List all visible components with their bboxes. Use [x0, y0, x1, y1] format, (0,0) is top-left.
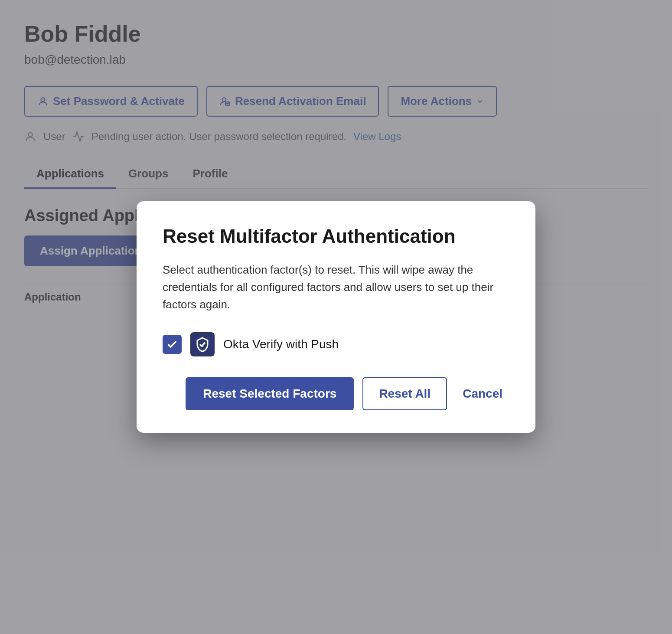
modal-backdrop: Reset Multifactor Authentication Select … — [0, 0, 672, 634]
factor-checkbox[interactable] — [163, 335, 182, 354]
reset-selected-factors-button[interactable]: Reset Selected Factors — [186, 377, 354, 410]
okta-verify-icon — [190, 332, 215, 356]
factor-row: Okta Verify with Push — [163, 332, 509, 356]
checkmark-icon — [166, 338, 178, 350]
modal-actions: Reset Selected Factors Reset All Cancel — [163, 377, 509, 410]
factor-name: Okta Verify with Push — [223, 337, 339, 351]
modal-description: Select authentication factor(s) to reset… — [163, 261, 509, 314]
reset-all-button[interactable]: Reset All — [362, 377, 447, 410]
shield-check-icon — [195, 337, 210, 352]
reset-mfa-modal: Reset Multifactor Authentication Select … — [137, 201, 535, 433]
modal-title: Reset Multifactor Authentication — [163, 225, 509, 247]
cancel-button[interactable]: Cancel — [456, 378, 509, 409]
